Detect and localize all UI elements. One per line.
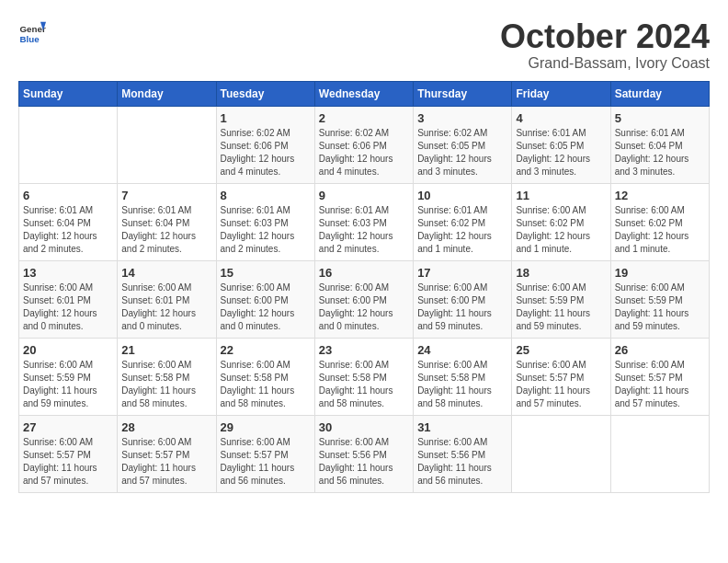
logo: General Blue [18,18,46,46]
calendar-cell: 17Sunrise: 6:00 AMSunset: 6:00 PMDayligh… [414,260,512,338]
day-detail: Sunrise: 6:01 AMSunset: 6:03 PMDaylight:… [319,204,409,256]
calendar-cell: 16Sunrise: 6:00 AMSunset: 6:00 PMDayligh… [314,260,413,338]
day-detail: Sunrise: 6:00 AMSunset: 6:02 PMDaylight:… [516,204,606,256]
day-detail: Sunrise: 6:00 AMSunset: 5:57 PMDaylight:… [516,359,606,410]
day-detail: Sunrise: 6:00 AMSunset: 5:57 PMDaylight:… [23,436,113,488]
day-detail: Sunrise: 6:01 AMSunset: 6:05 PMDaylight:… [516,127,606,178]
day-number: 6 [23,189,113,202]
calendar-cell: 27Sunrise: 6:00 AMSunset: 5:57 PMDayligh… [19,415,118,492]
calendar-week-2: 6Sunrise: 6:01 AMSunset: 6:04 PMDaylight… [19,183,710,260]
day-header-thursday: Thursday [414,81,512,106]
calendar-cell: 21Sunrise: 6:00 AMSunset: 5:58 PMDayligh… [118,338,216,415]
day-detail: Sunrise: 6:00 AMSunset: 6:00 PMDaylight:… [221,282,311,333]
day-number: 16 [319,266,409,280]
day-detail: Sunrise: 6:00 AMSunset: 5:58 PMDaylight:… [221,359,311,410]
day-header-saturday: Saturday [610,81,709,106]
calendar-cell: 14Sunrise: 6:00 AMSunset: 6:01 PMDayligh… [118,260,216,338]
day-detail: Sunrise: 6:00 AMSunset: 5:58 PMDaylight:… [417,359,507,410]
day-number: 28 [121,420,211,434]
day-detail: Sunrise: 6:00 AMSunset: 6:02 PMDaylight:… [615,204,705,256]
page-subtitle: Grand-Bassam, Ivory Coast [500,55,710,72]
calendar-cell: 18Sunrise: 6:00 AMSunset: 5:59 PMDayligh… [512,260,610,338]
logo-icon: General Blue [18,18,46,46]
day-detail: Sunrise: 6:00 AMSunset: 5:58 PMDaylight:… [319,359,409,410]
calendar-cell [610,415,709,492]
calendar-cell: 26Sunrise: 6:00 AMSunset: 5:57 PMDayligh… [610,338,709,415]
day-number: 3 [417,111,507,125]
day-number: 29 [221,420,311,434]
day-detail: Sunrise: 6:00 AMSunset: 5:57 PMDaylight:… [615,359,705,410]
day-detail: Sunrise: 6:01 AMSunset: 6:04 PMDaylight:… [121,204,211,256]
day-detail: Sunrise: 6:01 AMSunset: 6:03 PMDaylight:… [221,204,311,256]
calendar-cell [118,106,216,183]
title-area: October 2024 Grand-Bassam, Ivory Coast [500,18,710,72]
day-number: 15 [221,266,311,280]
calendar-cell: 1Sunrise: 6:02 AMSunset: 6:06 PMDaylight… [216,106,314,183]
calendar-cell: 12Sunrise: 6:00 AMSunset: 6:02 PMDayligh… [610,183,709,260]
calendar-cell: 2Sunrise: 6:02 AMSunset: 6:06 PMDaylight… [314,106,413,183]
calendar-cell: 7Sunrise: 6:01 AMSunset: 6:04 PMDaylight… [118,183,216,260]
day-number: 2 [319,111,409,125]
calendar-cell: 24Sunrise: 6:00 AMSunset: 5:58 PMDayligh… [414,338,512,415]
calendar-cell: 30Sunrise: 6:00 AMSunset: 5:56 PMDayligh… [314,415,413,492]
calendar-cell [512,415,610,492]
page-header: General Blue October 2024 Grand-Bassam, … [18,18,710,72]
day-number: 25 [516,343,606,357]
calendar-cell: 9Sunrise: 6:01 AMSunset: 6:03 PMDaylight… [314,183,413,260]
calendar-cell: 15Sunrise: 6:00 AMSunset: 6:00 PMDayligh… [216,260,314,338]
day-number: 26 [615,343,705,357]
day-number: 27 [23,420,113,434]
calendar-header-row: SundayMondayTuesdayWednesdayThursdayFrid… [19,81,710,106]
day-detail: Sunrise: 6:00 AMSunset: 5:58 PMDaylight:… [121,359,211,410]
page-title: October 2024 [500,18,710,55]
day-number: 13 [23,266,113,280]
day-number: 23 [319,343,409,357]
calendar-cell: 29Sunrise: 6:00 AMSunset: 5:57 PMDayligh… [216,415,314,492]
calendar-cell: 25Sunrise: 6:00 AMSunset: 5:57 PMDayligh… [512,338,610,415]
day-number: 9 [319,189,409,202]
calendar-week-1: 1Sunrise: 6:02 AMSunset: 6:06 PMDaylight… [19,106,710,183]
day-number: 17 [417,266,507,280]
calendar-cell [19,106,118,183]
day-detail: Sunrise: 6:00 AMSunset: 6:00 PMDaylight:… [417,282,507,333]
calendar-cell: 13Sunrise: 6:00 AMSunset: 6:01 PMDayligh… [19,260,118,338]
day-detail: Sunrise: 6:00 AMSunset: 5:59 PMDaylight:… [615,282,705,333]
calendar-cell: 28Sunrise: 6:00 AMSunset: 5:57 PMDayligh… [118,415,216,492]
day-header-friday: Friday [512,81,610,106]
calendar-cell: 19Sunrise: 6:00 AMSunset: 5:59 PMDayligh… [610,260,709,338]
day-number: 11 [516,189,606,202]
day-number: 7 [121,189,211,202]
day-number: 24 [417,343,507,357]
day-header-sunday: Sunday [19,81,118,106]
day-number: 4 [516,111,606,125]
day-detail: Sunrise: 6:02 AMSunset: 6:06 PMDaylight:… [221,127,311,178]
calendar-cell: 4Sunrise: 6:01 AMSunset: 6:05 PMDaylight… [512,106,610,183]
calendar-cell: 11Sunrise: 6:00 AMSunset: 6:02 PMDayligh… [512,183,610,260]
calendar-week-4: 20Sunrise: 6:00 AMSunset: 5:59 PMDayligh… [19,338,710,415]
day-detail: Sunrise: 6:00 AMSunset: 5:56 PMDaylight:… [319,436,409,488]
day-number: 5 [615,111,705,125]
day-number: 18 [516,266,606,280]
day-detail: Sunrise: 6:01 AMSunset: 6:04 PMDaylight:… [615,127,705,178]
calendar-body: 1Sunrise: 6:02 AMSunset: 6:06 PMDaylight… [19,106,710,492]
day-number: 31 [417,420,507,434]
calendar-cell: 23Sunrise: 6:00 AMSunset: 5:58 PMDayligh… [314,338,413,415]
calendar-cell: 10Sunrise: 6:01 AMSunset: 6:02 PMDayligh… [414,183,512,260]
day-number: 12 [615,189,705,202]
svg-text:Blue: Blue [20,34,40,44]
day-detail: Sunrise: 6:02 AMSunset: 6:05 PMDaylight:… [417,127,507,178]
day-detail: Sunrise: 6:00 AMSunset: 5:57 PMDaylight:… [121,436,211,488]
calendar-cell: 22Sunrise: 6:00 AMSunset: 5:58 PMDayligh… [216,338,314,415]
day-detail: Sunrise: 6:00 AMSunset: 6:00 PMDaylight:… [319,282,409,333]
day-number: 22 [221,343,311,357]
day-number: 14 [121,266,211,280]
day-header-monday: Monday [118,81,216,106]
calendar-cell: 5Sunrise: 6:01 AMSunset: 6:04 PMDaylight… [610,106,709,183]
day-header-tuesday: Tuesday [216,81,314,106]
day-detail: Sunrise: 6:00 AMSunset: 6:01 PMDaylight:… [121,282,211,333]
calendar-cell: 20Sunrise: 6:00 AMSunset: 5:59 PMDayligh… [19,338,118,415]
day-detail: Sunrise: 6:00 AMSunset: 5:59 PMDaylight:… [23,359,113,410]
day-detail: Sunrise: 6:02 AMSunset: 6:06 PMDaylight:… [319,127,409,178]
day-number: 10 [417,189,507,202]
day-number: 1 [221,111,311,125]
